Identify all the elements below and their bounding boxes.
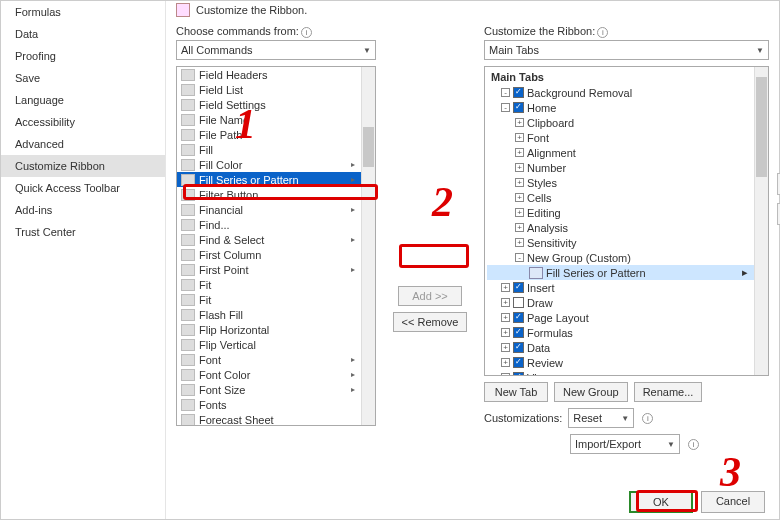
sidebar-item[interactable]: Trust Center: [1, 221, 165, 243]
sidebar-item[interactable]: Save: [1, 67, 165, 89]
command-item[interactable]: Forecast Sheet: [177, 412, 375, 426]
expand-icon[interactable]: +: [501, 328, 510, 337]
rename-button[interactable]: Rename...: [634, 382, 703, 402]
expand-icon[interactable]: +: [515, 223, 524, 232]
info-icon[interactable]: i: [597, 27, 608, 38]
command-item[interactable]: Filter Button: [177, 187, 375, 202]
expand-icon[interactable]: +: [515, 178, 524, 187]
remove-button[interactable]: << Remove: [393, 312, 468, 332]
import-export-dropdown[interactable]: Import/Export▼: [570, 434, 680, 454]
expand-icon[interactable]: +: [515, 118, 524, 127]
tree-node[interactable]: +Alignment: [487, 145, 766, 160]
sidebar-item[interactable]: Data: [1, 23, 165, 45]
command-item[interactable]: Flash Fill: [177, 307, 375, 322]
expand-icon[interactable]: +: [515, 208, 524, 217]
command-item[interactable]: Fill Series or Pattern▸: [177, 172, 375, 187]
expand-icon[interactable]: +: [515, 193, 524, 202]
command-item[interactable]: Font Size▸: [177, 382, 375, 397]
expand-icon[interactable]: +: [501, 358, 510, 367]
command-item[interactable]: Find & Select▸: [177, 232, 375, 247]
sidebar-item[interactable]: Accessibility: [1, 111, 165, 133]
command-item[interactable]: Flip Vertical: [177, 337, 375, 352]
command-item[interactable]: Fill: [177, 142, 375, 157]
command-item[interactable]: Find...: [177, 217, 375, 232]
checkbox[interactable]: [513, 87, 524, 98]
tree-node[interactable]: +Draw: [487, 295, 766, 310]
cancel-button[interactable]: Cancel: [701, 491, 765, 513]
expand-icon[interactable]: -: [501, 88, 510, 97]
command-item[interactable]: Field Headers: [177, 67, 375, 82]
expand-icon[interactable]: +: [501, 313, 510, 322]
add-button[interactable]: Add >>: [398, 286, 462, 306]
expand-icon[interactable]: +: [501, 283, 510, 292]
tree-node[interactable]: +Number: [487, 160, 766, 175]
expand-icon[interactable]: +: [515, 133, 524, 142]
commands-dropdown[interactable]: All Commands▼: [176, 40, 376, 60]
scrollbar[interactable]: [754, 67, 768, 375]
sidebar-item[interactable]: Customize Ribbon: [1, 155, 165, 177]
sidebar-item[interactable]: Formulas: [1, 1, 165, 23]
command-item[interactable]: Flip Horizontal: [177, 322, 375, 337]
expand-icon[interactable]: +: [501, 298, 510, 307]
checkbox[interactable]: [513, 372, 524, 376]
ribbon-tree[interactable]: Main Tabs -Background Removal-Home+Clipb…: [484, 66, 769, 376]
command-item[interactable]: Font Color▸: [177, 367, 375, 382]
tree-node[interactable]: +Styles: [487, 175, 766, 190]
tree-node[interactable]: -Background Removal: [487, 85, 766, 100]
command-item[interactable]: Fonts: [177, 397, 375, 412]
tree-node[interactable]: Fill Series or Pattern▸: [487, 265, 766, 280]
scrollbar[interactable]: [361, 67, 375, 425]
expand-icon[interactable]: +: [515, 238, 524, 247]
command-item[interactable]: Field Settings: [177, 97, 375, 112]
expand-icon[interactable]: -: [501, 103, 510, 112]
command-item[interactable]: Financial▸: [177, 202, 375, 217]
new-group-button[interactable]: New Group: [554, 382, 628, 402]
expand-icon[interactable]: -: [515, 253, 524, 262]
info-icon[interactable]: i: [688, 439, 699, 450]
sidebar-item[interactable]: Advanced: [1, 133, 165, 155]
tree-node[interactable]: +Insert: [487, 280, 766, 295]
tree-node[interactable]: +Analysis: [487, 220, 766, 235]
sidebar-item[interactable]: Add-ins: [1, 199, 165, 221]
new-tab-button[interactable]: New Tab: [484, 382, 548, 402]
ok-button[interactable]: OK: [629, 491, 693, 513]
info-icon[interactable]: i: [642, 413, 653, 424]
sidebar-item[interactable]: Quick Access Toolbar: [1, 177, 165, 199]
sidebar-item[interactable]: Language: [1, 89, 165, 111]
sidebar-item[interactable]: Proofing: [1, 45, 165, 67]
command-item[interactable]: Fit: [177, 277, 375, 292]
command-item[interactable]: Font▸: [177, 352, 375, 367]
command-item[interactable]: First Point▸: [177, 262, 375, 277]
command-item[interactable]: File Path: [177, 127, 375, 142]
checkbox[interactable]: [513, 102, 524, 113]
tree-node[interactable]: +Sensitivity: [487, 235, 766, 250]
command-item[interactable]: Fit: [177, 292, 375, 307]
command-item[interactable]: Field List: [177, 82, 375, 97]
expand-icon[interactable]: +: [515, 148, 524, 157]
checkbox[interactable]: [513, 297, 524, 308]
expand-icon[interactable]: +: [501, 343, 510, 352]
command-item[interactable]: File Name: [177, 112, 375, 127]
expand-icon[interactable]: +: [501, 373, 510, 376]
checkbox[interactable]: [513, 327, 524, 338]
expand-icon[interactable]: +: [515, 163, 524, 172]
reset-dropdown[interactable]: Reset▼: [568, 408, 634, 428]
ribbon-tabs-dropdown[interactable]: Main Tabs▼: [484, 40, 769, 60]
command-item[interactable]: First Column: [177, 247, 375, 262]
commands-list[interactable]: Field HeadersField ListField SettingsFil…: [176, 66, 376, 426]
checkbox[interactable]: [513, 342, 524, 353]
tree-node[interactable]: -New Group (Custom): [487, 250, 766, 265]
tree-node[interactable]: +View: [487, 370, 766, 376]
tree-node[interactable]: +Review: [487, 355, 766, 370]
tree-node[interactable]: +Clipboard: [487, 115, 766, 130]
checkbox[interactable]: [513, 312, 524, 323]
command-item[interactable]: Fill Color▸: [177, 157, 375, 172]
info-icon[interactable]: i: [301, 27, 312, 38]
tree-node[interactable]: +Editing: [487, 205, 766, 220]
checkbox[interactable]: [513, 357, 524, 368]
tree-node[interactable]: +Cells: [487, 190, 766, 205]
checkbox[interactable]: [513, 282, 524, 293]
tree-node[interactable]: +Page Layout: [487, 310, 766, 325]
tree-node[interactable]: +Data: [487, 340, 766, 355]
tree-node[interactable]: +Font: [487, 130, 766, 145]
